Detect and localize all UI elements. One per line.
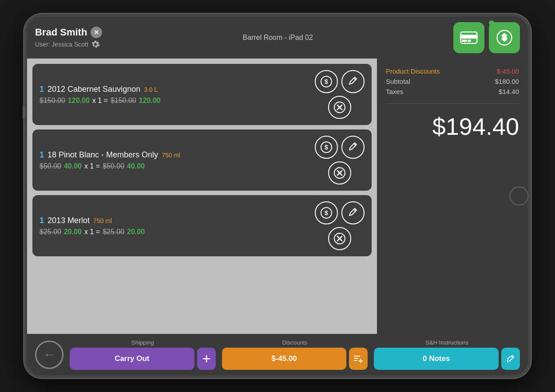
discounts-add-button[interactable] — [349, 348, 368, 370]
item-3-orig-price: $25.00 — [40, 228, 61, 236]
summary-rows: Product Discounts $-45.00 Subtotal $180.… — [386, 67, 519, 104]
subtotal-row: Subtotal $180.00 — [386, 78, 519, 85]
svg-text:$: $ — [325, 209, 328, 216]
item-2-sale-price: 40.00 — [64, 162, 82, 170]
product-discounts-row: Product Discounts $-45.00 — [386, 67, 519, 75]
item-1-size: 3.0 L — [144, 86, 158, 93]
svg-rect-3 — [468, 40, 471, 42]
dollar-circle-icon: $ — [495, 28, 514, 47]
plus-icon — [202, 354, 211, 363]
item-1-name: 2012 Cabernet Sauvignon — [48, 85, 140, 94]
subtotal-value: $180.00 — [495, 78, 519, 85]
edit-icon — [347, 141, 359, 153]
close-circle-icon — [333, 167, 346, 179]
dollar-icon: $ — [320, 75, 333, 88]
item-2-pricing: $50.00 40.00 x 1 = $50.00 40.00 — [40, 162, 315, 170]
item-2-delete-button[interactable] — [328, 161, 351, 184]
header-actions: $ — [453, 22, 520, 53]
item-1-top-actions: $ — [315, 70, 365, 93]
edit-icon — [347, 75, 359, 88]
card-reader-button[interactable] — [453, 22, 484, 53]
product-discounts-value: $-45.00 — [496, 67, 519, 75]
discounts-section: Discounts $-45.00 — [222, 339, 368, 370]
item-3-sale-price: 20.00 — [64, 228, 82, 236]
item-2-line-orig: $50.00 — [103, 162, 124, 170]
main-content: 1 2012 Cabernet Sauvignon 3.0 L $150.00 … — [27, 59, 528, 334]
item-2-qty: 1 — [40, 150, 44, 160]
item-1-details: 1 2012 Cabernet Sauvignon 3.0 L $150.00 … — [40, 85, 315, 105]
status-dot — [489, 20, 494, 26]
item-1-line-orig: $150.00 — [111, 97, 136, 105]
svg-rect-1 — [461, 35, 477, 38]
close-customer-button[interactable]: ✕ — [91, 27, 102, 38]
device-label: Barrel Room - iPad 02 — [243, 34, 313, 42]
order-item-1: 1 2012 Cabernet Sauvignon 3.0 L $150.00 … — [32, 64, 372, 125]
item-2-orig-price: $50.00 — [40, 162, 61, 170]
item-3-discount-button[interactable]: $ — [315, 201, 338, 224]
item-3-line-sale: 20.00 — [127, 228, 145, 236]
shipping-btn-row: Carry Out — [70, 348, 216, 370]
item-2-edit-button[interactable] — [341, 136, 365, 159]
item-3-top-actions: $ — [315, 201, 365, 224]
item-1-pricing: $150.00 120.00 x 1 = $150.00 120.00 — [40, 97, 315, 105]
item-2-discount-button[interactable]: $ — [315, 136, 338, 159]
product-discounts-label: Product Discounts — [386, 67, 440, 75]
item-3-pricing: $25.00 20.00 x 1 = $25.00 20.00 — [40, 228, 315, 236]
dollar-icon: $ — [320, 207, 333, 219]
item-2-details: 1 18 Pinot Blanc - Members Only 750 ml $… — [40, 150, 315, 170]
item-1-discount-button[interactable]: $ — [315, 70, 338, 93]
item-1-sale-price: 120.00 — [68, 97, 90, 105]
item-1-edit-button[interactable] — [341, 70, 365, 93]
discounts-button[interactable]: $-45.00 — [222, 348, 347, 370]
sh-instructions-section: S&H Instructions 0 Notes — [374, 339, 520, 370]
payment-button[interactable]: $ — [489, 22, 520, 53]
item-3-delete-button[interactable] — [328, 227, 351, 250]
item-3-multiplier: x 1 = — [84, 228, 100, 236]
item-1-multiplier: x 1 = — [92, 97, 108, 105]
back-button[interactable]: ← — [35, 341, 63, 369]
item-2-multiplier: x 1 = — [84, 162, 100, 170]
header-left: Brad Smith ✕ User: Jessica Scott — [35, 27, 102, 49]
item-2-name: 18 Pinot Blanc - Members Only — [48, 150, 158, 160]
item-3-line-orig: $25.00 — [103, 228, 124, 236]
order-item-3: 1 2013 Merlot 750 ml $25.00 20.00 x 1 = … — [32, 195, 372, 256]
item-3-size: 750 ml — [93, 217, 112, 224]
user-label: User: Jessica Scott — [35, 41, 88, 48]
item-1-line-sale: 120.00 — [139, 97, 161, 105]
shipping-button[interactable]: Carry Out — [70, 348, 194, 370]
item-2-line-sale: 40.00 — [127, 162, 145, 170]
svg-text:$: $ — [502, 32, 507, 42]
item-2-top-actions: $ — [315, 136, 365, 159]
pencil-icon — [506, 354, 515, 363]
card-reader-icon — [459, 28, 479, 47]
item-1-title-row: 1 2012 Cabernet Sauvignon 3.0 L — [40, 85, 315, 94]
item-2-title-row: 1 18 Pinot Blanc - Members Only 750 ml — [40, 150, 315, 160]
gear-icon[interactable] — [91, 40, 100, 49]
sh-btn-row: 0 Notes — [374, 348, 520, 370]
user-info: User: Jessica Scott — [35, 40, 102, 49]
item-3-qty: 1 — [40, 216, 44, 225]
item-3-edit-button[interactable] — [341, 201, 365, 224]
item-1-delete-button[interactable] — [328, 96, 351, 119]
home-button[interactable] — [509, 186, 529, 206]
cart-area: 1 2012 Cabernet Sauvignon 3.0 L $150.00 … — [27, 59, 377, 334]
footer-sections: Shipping Carry Out Discounts $-45.00 — [70, 339, 520, 370]
item-2-size: 750 ml — [162, 152, 180, 159]
sh-button[interactable]: 0 Notes — [374, 348, 499, 370]
taxes-label: Taxes — [386, 88, 403, 95]
subtotal-label: Subtotal — [386, 78, 410, 85]
svg-text:$: $ — [325, 144, 328, 151]
summary-panel: Product Discounts $-45.00 Subtotal $180.… — [377, 59, 528, 334]
discounts-label: Discounts — [222, 339, 368, 346]
svg-rect-2 — [462, 40, 466, 42]
side-button — [23, 106, 25, 119]
total-amount: $194.40 — [386, 113, 519, 140]
item-3-details: 1 2013 Merlot 750 ml $25.00 20.00 x 1 = … — [40, 216, 315, 236]
shipping-add-button[interactable] — [197, 348, 216, 370]
edit-icon — [347, 207, 359, 219]
dollar-icon: $ — [320, 141, 333, 153]
footer: ← Shipping Carry Out Discounts — [27, 334, 528, 375]
order-item-2: 1 18 Pinot Blanc - Members Only 750 ml $… — [32, 129, 372, 191]
sh-edit-button[interactable] — [501, 348, 520, 370]
sh-label: S&H Instructions — [374, 339, 520, 346]
